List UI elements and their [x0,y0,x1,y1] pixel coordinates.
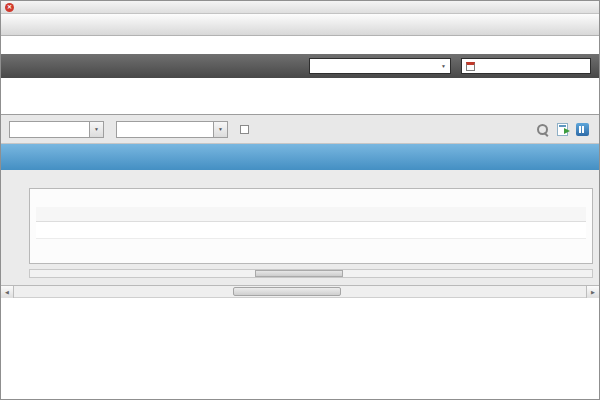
contact-table-header [36,207,586,222]
titlebar [1,1,599,14]
main-nav [1,14,599,36]
filter-actions [536,123,591,136]
toolbar-spacer [1,78,599,94]
chevron-down-icon [441,63,446,69]
date-range-picker[interactable] [461,58,591,74]
website-select[interactable] [309,58,451,74]
unique-visits-control[interactable] [240,125,253,134]
scrollbar-thumb[interactable] [233,287,341,296]
filter-select-2[interactable] [116,121,228,138]
contact-table-row [36,222,586,239]
table-header [1,144,599,170]
calendar-icon [466,62,475,71]
chevron-down-icon[interactable] [213,122,227,137]
filter-select-1[interactable] [9,121,104,138]
detail-panel [1,170,599,286]
filter-select-1-value [10,122,89,137]
page-header-bar [1,54,599,78]
scroll-right-button[interactable] [586,286,599,298]
export-icon[interactable] [557,123,568,136]
filter-select-2-value [117,122,213,137]
scrollbar-thumb[interactable] [255,270,343,277]
close-icon[interactable] [5,3,14,12]
horizontal-scrollbar[interactable] [1,286,599,298]
unique-visits-checkbox[interactable] [240,125,249,134]
scroll-left-button[interactable] [1,286,14,298]
chevron-down-icon[interactable] [89,122,103,137]
detail-note [36,193,586,205]
app-window [0,0,600,400]
detail-content [29,188,593,264]
column-settings-icon[interactable] [576,123,589,136]
detail-horizontal-scrollbar[interactable] [29,269,593,278]
search-icon[interactable] [536,123,549,136]
view-tabs [1,94,599,114]
detail-tabs [29,174,593,189]
filter-bar [1,114,599,144]
subnav-spacer [1,36,599,54]
